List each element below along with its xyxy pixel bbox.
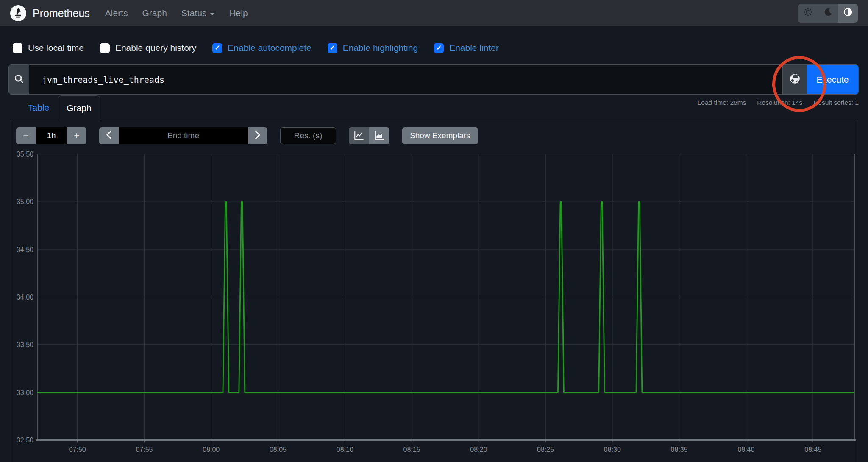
stat-result-series: Result series: 1 (813, 99, 859, 106)
line-chart-button[interactable] (349, 127, 369, 144)
navbar: Prometheus Alerts Graph Status Help (0, 0, 868, 26)
range-increase-button[interactable]: + (67, 127, 86, 144)
show-exemplars-button[interactable]: Show Exemplars (402, 127, 478, 144)
prometheus-logo-icon[interactable] (10, 5, 26, 21)
brand-title[interactable]: Prometheus (33, 7, 90, 20)
checkbox-enable-highlighting[interactable]: ✓ Enable highlighting (328, 43, 418, 53)
svg-text:08:35: 08:35 (671, 446, 688, 453)
range-decrease-button[interactable]: − (16, 127, 36, 144)
svg-text:33.00: 33.00 (17, 389, 33, 396)
svg-text:08:05: 08:05 (270, 446, 287, 453)
chevron-left-icon (106, 130, 112, 142)
svg-text:35.50: 35.50 (17, 151, 33, 158)
svg-text:08:20: 08:20 (470, 446, 487, 453)
svg-text:07:55: 07:55 (136, 446, 153, 453)
svg-text:32.50: 32.50 (17, 437, 33, 444)
checkbox-enable-linter[interactable]: ✓ Enable linter (434, 43, 499, 53)
nav-links: Alerts Graph Status Help (105, 8, 248, 18)
chevron-down-icon (210, 13, 215, 15)
query-input[interactable] (29, 65, 782, 94)
nav-link-status[interactable]: Status (181, 8, 215, 18)
checkbox-use-local-time[interactable]: Use local time (13, 43, 84, 53)
nav-link-help[interactable]: Help (229, 8, 248, 18)
theme-auto-button[interactable] (838, 4, 858, 23)
resolution-input[interactable] (280, 127, 336, 144)
checkbox-checked-icon[interactable]: ✓ (328, 43, 337, 53)
checkbox-checked-icon[interactable]: ✓ (434, 43, 444, 53)
theme-toggle-group (798, 4, 858, 23)
theme-light-button[interactable] (798, 4, 818, 23)
query-stats: Load time: 26ms Resolution: 14s Result s… (698, 99, 859, 106)
svg-text:34.50: 34.50 (17, 246, 33, 253)
chevron-right-icon (255, 130, 261, 142)
svg-text:08:40: 08:40 (737, 446, 754, 453)
search-addon (9, 65, 29, 94)
svg-text:07:50: 07:50 (69, 446, 86, 453)
checkbox-unchecked-icon[interactable] (13, 43, 22, 53)
svg-text:35.00: 35.00 (17, 198, 33, 205)
globe-icon (789, 73, 801, 86)
checkbox-enable-autocomplete[interactable]: ✓ Enable autocomplete (212, 43, 311, 53)
graph-canvas[interactable]: 35.5035.0034.5034.0033.5033.0032.5007:50… (12, 148, 856, 462)
circle-half-icon (843, 8, 852, 19)
svg-text:08:00: 08:00 (203, 446, 220, 453)
end-time-input[interactable] (119, 127, 248, 144)
checkbox-enable-query-history[interactable]: Enable query history (100, 43, 196, 53)
stat-resolution: Resolution: 14s (757, 99, 802, 106)
nav-link-alerts[interactable]: Alerts (105, 8, 128, 18)
time-forward-button[interactable] (248, 127, 267, 144)
svg-text:33.50: 33.50 (17, 341, 33, 348)
execute-button[interactable]: Execute (807, 65, 858, 94)
metrics-explorer-button[interactable] (782, 65, 807, 94)
stat-load-time: Load time: 26ms (698, 99, 746, 106)
range-input[interactable] (36, 127, 67, 144)
tab-table[interactable]: Table (19, 95, 58, 120)
query-bar: Execute (8, 64, 859, 95)
graph-controls: − + Show Exemplars (16, 127, 478, 144)
chart-type-toggle (349, 127, 389, 144)
tab-graph[interactable]: Graph (58, 95, 100, 120)
stacked-chart-button[interactable] (369, 127, 389, 144)
search-icon (14, 74, 24, 85)
sun-icon (804, 8, 812, 19)
chart-area[interactable]: 35.5035.0034.5034.0033.5033.0032.5007:50… (12, 148, 856, 462)
nav-link-graph[interactable]: Graph (142, 8, 167, 18)
svg-text:34.00: 34.00 (17, 294, 33, 301)
checkbox-checked-icon[interactable]: ✓ (212, 43, 222, 53)
stacked-chart-icon (374, 130, 384, 142)
checkbox-unchecked-icon[interactable] (100, 43, 110, 53)
view-tabs: Table Graph (19, 95, 100, 120)
theme-dark-button[interactable] (818, 4, 838, 23)
time-back-button[interactable] (99, 127, 119, 144)
svg-text:08:25: 08:25 (537, 446, 554, 453)
svg-text:08:45: 08:45 (804, 446, 821, 453)
svg-text:08:10: 08:10 (337, 446, 353, 453)
moon-icon (824, 8, 832, 19)
line-chart-icon (354, 130, 364, 142)
svg-text:08:30: 08:30 (604, 446, 621, 453)
end-time-stepper (99, 127, 267, 144)
query-options-row: Use local time Enable query history ✓ En… (13, 38, 499, 58)
svg-text:08:15: 08:15 (403, 446, 420, 453)
range-stepper: − + (16, 127, 86, 144)
